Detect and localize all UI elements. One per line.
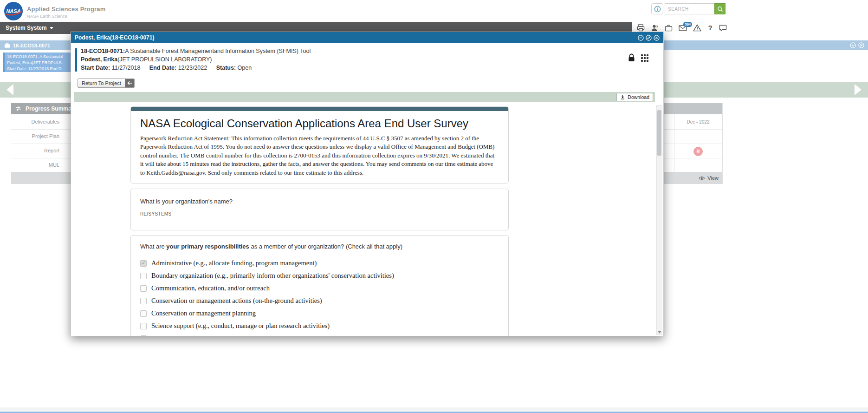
project-accent-bar (75, 48, 77, 72)
system-menu[interactable]: System System (6, 22, 53, 34)
project-title-line: 18-ECO18-0071:A Sustainable Forest Manag… (81, 47, 311, 56)
project-survey-modal: Podest, Erika(18-ECO18-0071) 18-ECO18-00… (71, 32, 664, 336)
close-icon[interactable] (654, 35, 660, 41)
horizontal-scrollbar[interactable] (0, 407, 868, 412)
q2-options: Administrative (e.g., allocate funding, … (140, 257, 499, 336)
question-suffix: as a member of your organization? (Check… (249, 243, 402, 250)
close-icon[interactable] (858, 42, 864, 48)
progress-row-project-plan: Project Plan (11, 133, 59, 139)
nav-icon-tray: ? 594 ? (632, 22, 868, 34)
scrollbar-thumb[interactable] (657, 110, 661, 156)
download-toolbar: Download (74, 92, 655, 102)
option-label: Communication, education, and/or outreac… (151, 284, 270, 292)
survey-header-strip (131, 107, 508, 111)
project-id: 18-ECO18-0071: (81, 48, 125, 54)
expand-icon[interactable] (646, 35, 652, 41)
modal-title: Podest, Erika(18-ECO18-0071) (75, 34, 154, 41)
search-icon (717, 6, 723, 12)
survey-option-row (140, 332, 499, 336)
chevron-right-icon[interactable] (855, 84, 862, 95)
end-date-label: End Date: (149, 65, 176, 71)
checkbox-unchecked[interactable] (140, 310, 147, 317)
modal-titlebar[interactable]: Podest, Erika(18-ECO18-0071) (71, 32, 663, 43)
search-input[interactable] (665, 3, 714, 14)
survey-option-row: Administrative (e.g., allocate funding, … (140, 257, 499, 269)
checkbox-unchecked[interactable] (140, 285, 147, 292)
briefcase-icon[interactable] (665, 25, 673, 32)
project-list-item-selected[interactable]: 18-ECO18-0071: A Sustainabl Podest, Erik… (3, 52, 71, 72)
printer-icon[interactable] (637, 24, 645, 32)
checkbox-checked[interactable] (140, 260, 147, 267)
start-date-value: 11/27/2018 (112, 65, 141, 71)
progress-row-mul: MUL (11, 162, 59, 168)
search-button[interactable] (714, 3, 725, 14)
chat-icon[interactable] (719, 25, 727, 32)
question-text: What are your primary responsibilities a… (140, 243, 499, 250)
question-prefix: What are (140, 243, 166, 250)
lock-icon[interactable] (628, 53, 635, 62)
grid-line (722, 103, 723, 184)
checkbox-unchecked[interactable] (140, 323, 147, 329)
chevron-down-icon (50, 27, 53, 29)
project-item-line1: 18-ECO18-0071: A Sustainabl (7, 54, 71, 60)
collapse-icon[interactable] (850, 42, 856, 48)
svg-text:i: i (657, 7, 658, 11)
screen: NASA Applied Sciences Program NASA Earth… (0, 0, 868, 413)
question-bold: your primary responsibilities (166, 243, 249, 250)
end-date-value: 12/23/2022 (178, 65, 207, 71)
brand-subtitle: NASA Earth Science (27, 13, 106, 19)
project-info: 18-ECO18-0071:A Sustainable Forest Manag… (81, 47, 311, 72)
grid-icon[interactable] (641, 54, 648, 62)
checkbox-unchecked[interactable] (140, 273, 147, 279)
user-help-icon[interactable]: ? (651, 24, 659, 32)
download-icon (620, 94, 625, 100)
start-date-label: Start Date: (81, 65, 110, 71)
status-value: Open (238, 65, 252, 71)
mail-icon[interactable]: 594 (679, 25, 687, 31)
alert-icon[interactable] (693, 24, 701, 32)
option-label: Conservation or management actions (on-t… (151, 297, 322, 305)
option-label: Science support (e.g., conduct, manage o… (151, 322, 330, 330)
scroll-down-arrow-icon[interactable] (658, 331, 661, 334)
question-text: What is your organization's name? (140, 198, 499, 205)
info-icon: i (654, 6, 661, 13)
pi-name: Podest, Erika (81, 56, 117, 63)
survey-option-row: Conservation or management actions (on-t… (140, 295, 499, 307)
help-icon[interactable]: ? (707, 24, 713, 32)
minimize-icon[interactable] (638, 35, 644, 41)
modal-scrollbar[interactable] (656, 105, 662, 335)
return-arrow-icon (125, 79, 134, 87)
status-label: Status: (216, 65, 236, 71)
option-label: Administrative (e.g., allocate funding, … (151, 259, 317, 267)
eye-icon (699, 176, 705, 180)
view-label: View (707, 175, 719, 181)
option-label: Conservation or management planning (151, 309, 256, 317)
checkbox-unchecked[interactable] (140, 335, 147, 336)
checkbox-unchecked[interactable] (140, 298, 147, 304)
survey-option-row: Communication, education, and/or outreac… (140, 282, 499, 295)
project-action-icons (628, 53, 648, 62)
progress-summary-title: Progress Summary (26, 105, 77, 112)
nasa-logo-icon: NASA (4, 1, 23, 23)
tab-label: 18-ECO18-0071 (13, 43, 50, 48)
download-button[interactable]: Download (616, 93, 653, 101)
info-button[interactable]: i (651, 3, 663, 14)
project-item-line3: Start Date: 11/27/2018 End D (7, 66, 71, 72)
progress-row-report: Report (11, 148, 59, 153)
return-button-label: Return To Project (78, 79, 125, 87)
chevron-left-icon[interactable] (6, 84, 13, 95)
tab-project[interactable]: 18-ECO18-0071 (4, 40, 50, 50)
mail-count-badge: 594 (683, 22, 692, 27)
view-link[interactable]: View (699, 175, 719, 181)
question-card-responsibilities: What are your primary responsibilities a… (130, 235, 509, 336)
modal-body: 18-ECO18-0071:A Sustainable Forest Manag… (71, 43, 663, 336)
report-status-badge[interactable]: R (693, 147, 703, 156)
pi-org: (JET PROPULSION LABORATORY) (117, 56, 212, 63)
project-name: A Sustainable Forest Managementand Infor… (125, 48, 311, 54)
question-answer: REISYSTEMS (140, 211, 499, 216)
survey-intro-card: NASA Ecological Conservation Application… (130, 106, 509, 184)
progress-row-deliverables: Deliverables (11, 119, 59, 125)
return-to-project-button[interactable]: Return To Project (78, 79, 135, 88)
option-label: Boundary organization (e.g., primarily i… (151, 272, 394, 280)
modal-controls (638, 35, 660, 41)
